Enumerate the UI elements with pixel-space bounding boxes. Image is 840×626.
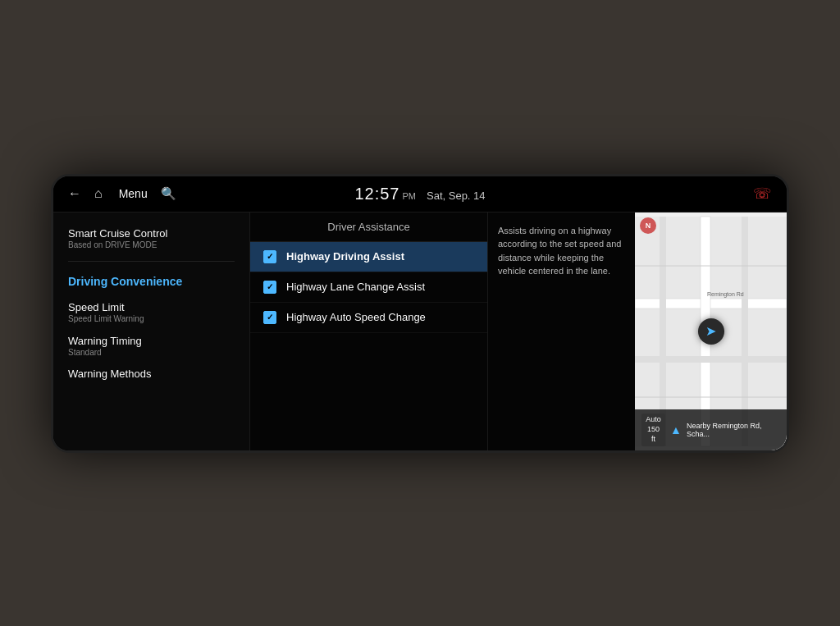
clock-time: 12:57 (354, 185, 399, 203)
cruise-title: Smart Cruise Control (68, 227, 235, 240)
sidebar-divider-1 (68, 261, 235, 262)
svg-rect-3 (635, 356, 787, 363)
car-display: ← ⌂ Menu 🔍 12:57 PM Sat, Sep. 14 ☏ Smart… (51, 174, 789, 453)
checkbox-highway-auto-speed[interactable] (263, 311, 276, 324)
center-header: Driver Assistance (250, 212, 487, 242)
svg-text:Remington Rd: Remington Rd (707, 291, 744, 298)
map-bg: Remington Rd N ➤ Auto 150 ft ▲ Nearby Re… (635, 212, 787, 450)
description-panel: Assists driving on a highway according t… (487, 212, 635, 450)
menu-list: Highway Driving Assist Highway Lane Chan… (250, 242, 487, 450)
speed-limit-sub: Speed Limit Warning (68, 314, 235, 323)
center-panel: Driver Assistance Highway Driving Assist… (250, 212, 487, 450)
nav-arrow: ➤ (698, 318, 724, 345)
highway-lane-change-label: Highway Lane Change Assist (286, 281, 425, 293)
svg-rect-1 (635, 299, 787, 308)
clock-ampm: PM (403, 191, 417, 201)
checkbox-highway-lane-change[interactable] (263, 281, 276, 294)
warning-timing-sub: Standard (68, 348, 235, 357)
phone-icon[interactable]: ☏ (753, 185, 772, 203)
map-panel[interactable]: Remington Rd N ➤ Auto 150 ft ▲ Nearby Re… (635, 212, 787, 450)
highway-auto-speed-label: Highway Auto Speed Change (286, 311, 426, 323)
description-text: Assists driving on a highway according t… (498, 224, 625, 278)
highway-driving-assist-label: Highway Driving Assist (286, 250, 404, 263)
menu-item-highway-lane-change[interactable]: Highway Lane Change Assist (250, 272, 487, 303)
sidebar-item-driving-convenience[interactable]: Driving Convenience (68, 270, 235, 293)
map-street-label: Nearby Remington Rd, Scha... (687, 422, 780, 438)
menu-button[interactable]: Menu (119, 187, 148, 200)
cruise-subtitle: Based on DRIVE MODE (68, 240, 235, 249)
menu-item-highway-driving-assist[interactable]: Highway Driving Assist (250, 242, 487, 272)
screen: ← ⌂ Menu 🔍 12:57 PM Sat, Sep. 14 ☏ Smart… (53, 176, 787, 450)
warning-timing-title: Warning Timing (68, 335, 235, 347)
sidebar-item-warning-methods[interactable]: Warning Methods (68, 365, 235, 382)
map-distance: Auto 150 ft (641, 414, 665, 446)
search-button[interactable]: 🔍 (161, 186, 176, 201)
compass-indicator: N (640, 217, 656, 234)
top-bar: ← ⌂ Menu 🔍 12:57 PM Sat, Sep. 14 ☏ (53, 176, 787, 212)
sidebar-item-speed-limit[interactable]: Speed Limit Speed Limit Warning (68, 298, 235, 327)
map-overlay-bottom: Auto 150 ft ▲ Nearby Remington Rd, Scha.… (635, 409, 787, 450)
nav-icons: ← ⌂ Menu 🔍 (68, 186, 176, 201)
speed-limit-title: Speed Limit (68, 301, 235, 313)
checkbox-highway-driving-assist[interactable] (263, 250, 276, 263)
sidebar-item-cruise[interactable]: Smart Cruise Control Based on DRIVE MODE (68, 224, 235, 253)
left-sidebar: Smart Cruise Control Based on DRIVE MODE… (53, 212, 250, 450)
menu-item-highway-auto-speed[interactable]: Highway Auto Speed Change (250, 303, 487, 333)
map-nav-icon: ▲ (670, 423, 682, 436)
home-button[interactable]: ⌂ (94, 186, 103, 201)
clock-area: 12:57 PM Sat, Sep. 14 (354, 185, 485, 203)
date-label: Sat, Sep. 14 (427, 190, 486, 202)
main-content: Smart Cruise Control Based on DRIVE MODE… (53, 212, 787, 450)
sidebar-item-warning-timing[interactable]: Warning Timing Standard (68, 331, 235, 360)
back-button[interactable]: ← (68, 186, 81, 201)
